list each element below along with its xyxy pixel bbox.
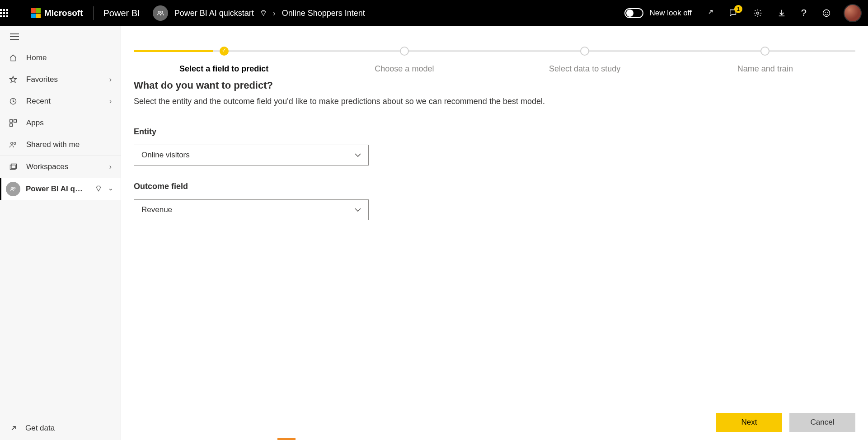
- svg-point-9: [158, 11, 160, 14]
- svg-point-10: [160, 11, 163, 14]
- new-look-label: New look off: [650, 9, 692, 18]
- svg-point-19: [11, 142, 13, 145]
- svg-rect-7: [3, 15, 5, 17]
- wizard-footer: Next Cancel: [716, 413, 855, 432]
- step-label: Name and train: [675, 64, 855, 74]
- sidebar-item-label: Home: [26, 53, 47, 62]
- product-name[interactable]: Power BI: [103, 8, 140, 19]
- main-content: Select a field to predict Choose a model…: [121, 26, 868, 440]
- sidebar-item-label: Shared with me: [26, 140, 80, 149]
- step-label: Select data to study: [495, 64, 675, 74]
- home-icon: [9, 54, 17, 62]
- svg-point-24: [14, 187, 15, 189]
- chevron-right-icon: ›: [273, 9, 276, 18]
- chevron-right-icon: ›: [109, 76, 112, 84]
- step-name-train[interactable]: Name and train: [675, 48, 855, 74]
- top-actions: 1 ?: [705, 7, 831, 19]
- step-node-icon: [400, 47, 409, 56]
- chevron-down-icon: [355, 208, 361, 212]
- user-avatar[interactable]: [844, 4, 862, 22]
- settings-gear-icon[interactable]: [753, 9, 762, 18]
- feedback-smile-icon[interactable]: [822, 9, 831, 18]
- svg-rect-16: [10, 120, 13, 123]
- step-select-field[interactable]: Select a field to predict: [134, 48, 314, 74]
- step-choose-model[interactable]: Choose a model: [314, 48, 494, 74]
- workspace-avatar-icon: [6, 182, 20, 196]
- current-workspace-label: Power BI AI q…: [26, 185, 90, 194]
- outcome-label: Outcome field: [134, 182, 855, 191]
- entity-value: Online visitors: [141, 151, 190, 160]
- left-sidebar: Home Favorites › Recent › Apps: [0, 26, 121, 440]
- sidebar-collapse-icon[interactable]: [0, 26, 121, 47]
- chevron-down-icon: [355, 153, 361, 157]
- chevron-right-icon: ›: [109, 97, 112, 105]
- sidebar-item-shared[interactable]: Shared with me: [0, 134, 121, 156]
- premium-diamond-icon: [95, 185, 102, 193]
- breadcrumb: Power BI AI quickstart › Online Shoppers…: [174, 9, 365, 18]
- get-data-button[interactable]: Get data: [0, 416, 121, 440]
- svg-point-12: [823, 10, 830, 17]
- people-icon: [9, 141, 17, 149]
- star-icon: [9, 76, 17, 84]
- workspace-avatar-icon: [153, 5, 168, 21]
- apps-icon: [9, 119, 17, 127]
- svg-rect-6: [0, 15, 2, 17]
- app-launcher-icon[interactable]: [0, 9, 23, 17]
- microsoft-word: Microsoft: [44, 8, 83, 18]
- arrow-up-right-icon: [10, 425, 17, 432]
- download-icon[interactable]: [778, 9, 786, 17]
- sidebar-item-recent[interactable]: Recent ›: [0, 90, 121, 112]
- wizard-stepper: Select a field to predict Choose a model…: [134, 48, 855, 80]
- microsoft-squares-icon: [31, 8, 41, 18]
- svg-rect-2: [6, 9, 8, 11]
- svg-rect-0: [0, 9, 2, 11]
- sidebar-item-apps[interactable]: Apps: [0, 112, 121, 134]
- notifications-icon[interactable]: 1: [729, 9, 738, 18]
- divider: [93, 6, 94, 20]
- svg-rect-3: [0, 12, 2, 14]
- app-top-bar: Microsoft Power BI Power BI AI quickstar…: [0, 0, 868, 26]
- microsoft-logo[interactable]: Microsoft: [31, 8, 83, 18]
- outcome-value: Revenue: [141, 205, 172, 214]
- breadcrumb-workspace[interactable]: Power BI AI quickstart: [174, 9, 254, 18]
- page-subtitle: Select the entity and the outcome field …: [134, 97, 855, 106]
- premium-diamond-icon: [260, 10, 267, 16]
- get-data-label: Get data: [25, 424, 55, 433]
- svg-rect-4: [3, 12, 5, 14]
- sidebar-item-label: Favorites: [26, 75, 58, 84]
- svg-rect-21: [10, 165, 15, 170]
- entity-label: Entity: [134, 127, 855, 137]
- step-node-icon: [580, 47, 589, 56]
- svg-rect-8: [6, 15, 8, 17]
- step-label: Select a field to predict: [134, 64, 314, 74]
- svg-point-11: [756, 12, 759, 14]
- next-button[interactable]: Next: [716, 413, 782, 432]
- new-look-toggle[interactable]: [624, 8, 643, 18]
- sidebar-item-home[interactable]: Home: [0, 47, 121, 69]
- help-icon[interactable]: ?: [801, 7, 807, 19]
- svg-rect-18: [10, 124, 13, 127]
- svg-rect-1: [3, 9, 5, 11]
- cancel-button[interactable]: Cancel: [789, 413, 855, 432]
- svg-point-13: [825, 12, 826, 13]
- step-label: Choose a model: [314, 64, 494, 74]
- sidebar-item-workspaces[interactable]: Workspaces ›: [0, 156, 121, 178]
- workspaces-icon: [9, 163, 17, 171]
- step-node-icon: [220, 47, 229, 56]
- step-select-data[interactable]: Select data to study: [495, 48, 675, 74]
- fullscreen-icon[interactable]: [705, 9, 713, 17]
- sidebar-item-favorites[interactable]: Favorites ›: [0, 69, 121, 90]
- svg-point-14: [827, 12, 828, 13]
- breadcrumb-item[interactable]: Online Shoppers Intent: [282, 9, 365, 18]
- notifications-badge: 1: [734, 5, 742, 13]
- svg-point-23: [11, 187, 13, 189]
- sidebar-item-label: Recent: [26, 97, 51, 106]
- page-title: What do you want to predict?: [134, 80, 855, 91]
- outcome-select[interactable]: Revenue: [134, 199, 369, 220]
- sidebar-current-workspace[interactable]: Power BI AI q… ⌄: [0, 178, 121, 200]
- step-node-icon: [760, 47, 769, 56]
- svg-rect-17: [14, 120, 17, 123]
- entity-select[interactable]: Online visitors: [134, 145, 369, 166]
- sidebar-item-label: Workspaces: [26, 162, 68, 171]
- chevron-down-icon[interactable]: ⌄: [108, 185, 113, 192]
